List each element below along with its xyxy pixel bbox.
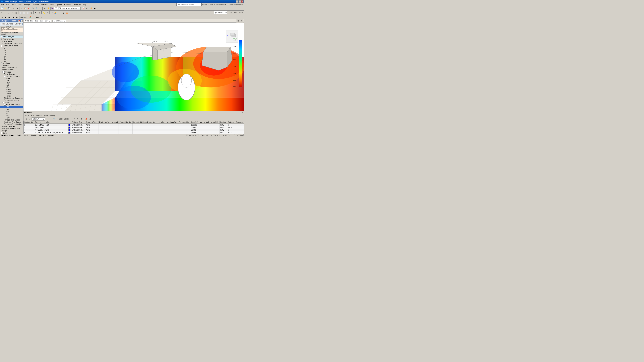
menu-calculate[interactable]: Calculate — [31, 3, 40, 6]
tb-annotate[interactable]: ✏ — [46, 11, 49, 14]
tb-color-map[interactable]: 🌈 — [29, 15, 32, 19]
tb-rotate[interactable]: ↻ — [43, 6, 46, 10]
col-int-nodes[interactable]: Integrated Objects Nodes No. — [132, 121, 157, 124]
col-openings[interactable]: Openings No. — [178, 121, 190, 124]
tb-iso-lines[interactable]: 〰 — [32, 15, 36, 19]
tree-equiv-stress[interactable]: Equivalent Stresses — [0, 99, 23, 101]
tree-basic-stresses[interactable]: Basic Stresses — [0, 73, 23, 75]
toggle-global-deform[interactable]: - — [1, 45, 2, 47]
tb-pan[interactable]: ✋ — [46, 6, 50, 10]
tree-principal-stresses[interactable]: - Principal Stresses — [0, 75, 23, 77]
col-mass[interactable]: Mass M [t] — [210, 121, 220, 124]
col-color[interactable] — [68, 121, 71, 124]
tb-values[interactable]: 123 — [36, 15, 39, 19]
col-int-lines[interactable]: Lines No. — [157, 121, 166, 124]
tree-uy[interactable]: uy — [0, 51, 23, 53]
tb-view-side[interactable]: ⬜ — [26, 11, 29, 14]
toggle-members[interactable]: + — [1, 62, 2, 64]
col-stiffness[interactable]: Stiffness Type — [71, 121, 85, 124]
menu-options[interactable]: Options — [55, 3, 63, 6]
col-volume[interactable]: Volume [m³] — [199, 121, 210, 124]
bt-remove[interactable]: - — [49, 117, 52, 121]
vp-combo-select[interactable]: CO2 · LC1 + LC2 + LC3 + LC4 — [24, 19, 51, 22]
tree-exy-minus[interactable]: ○εxy- — [0, 114, 23, 117]
menu-insert[interactable]: Insert — [16, 3, 23, 6]
tree-principal-total[interactable]: Principal Total Strains — [0, 119, 23, 121]
tb-vectors[interactable]: → — [57, 11, 60, 14]
toggle-stresses[interactable]: - — [2, 71, 4, 73]
tree-contact-stress[interactable]: Contact Stresses — [0, 125, 23, 128]
bt-next[interactable]: ▶ — [28, 117, 31, 121]
tb-copy[interactable]: 📋 — [24, 6, 27, 10]
vp-settings[interactable]: ⚙ — [240, 19, 244, 23]
nav-surface-strains[interactable]: Surfaces | Basic Strains εxy [‰] — [1, 28, 23, 32]
table-row[interactable]: 4 4-9,268,37-58,270 Without Thick... Pla… — [24, 129, 244, 131]
tree-phi-x[interactable]: φx — [0, 56, 23, 58]
axis-dropdown[interactable]: ↑ Global XYZ — [214, 11, 227, 14]
tree-sigma1m[interactable]: ○σ1,m — [0, 88, 23, 90]
tree-internal-forces[interactable]: Internal Forces — [0, 69, 23, 71]
menu-help[interactable]: Help — [82, 3, 88, 6]
tb-section-cut[interactable]: ✂ — [44, 15, 47, 19]
tree-phi-y[interactable]: φy — [0, 58, 23, 60]
bt-add[interactable]: + — [45, 117, 49, 121]
tb-select[interactable]: ↖ — [0, 11, 4, 14]
tb-next-result[interactable]: ▶ — [16, 15, 19, 19]
tree-local-deform[interactable]: Local Deformations — [0, 66, 23, 69]
menu-bottom-view[interactable]: View — [44, 115, 48, 116]
tb-render[interactable]: 🎨 — [90, 6, 93, 10]
table-row[interactable]: 5 1,2,14,271,270-65,28-3166,69,262,262..… — [24, 131, 244, 134]
tree-sigma1-[interactable]: ○σ1- — [0, 80, 23, 82]
bt-print-table[interactable]: 🖨 — [88, 117, 92, 121]
tb-open[interactable]: 📂 — [4, 6, 7, 10]
tree-uz[interactable]: uz — [0, 53, 23, 56]
glines-btn[interactable]: GLINES — [39, 134, 46, 136]
tree-exy[interactable]: ○εxy — [0, 112, 23, 114]
tree-gxy-minus[interactable]: ○γxy- — [0, 117, 23, 119]
toggle-surfaces[interactable]: - — [1, 65, 2, 66]
tree-strains[interactable]: - Strains — [0, 101, 23, 104]
col-surface-no[interactable]: Surface No. — [24, 121, 34, 124]
menu-goto[interactable]: Go To — [24, 115, 30, 116]
tree-sigma2-[interactable]: ○σ2- — [0, 84, 23, 86]
menu-window[interactable]: Window — [63, 3, 72, 6]
tb-cut[interactable]: ✂ — [20, 6, 23, 10]
toggle-principal[interactable]: - — [4, 76, 6, 77]
bt-table-settings[interactable]: ⚙ — [80, 117, 83, 121]
tb-run[interactable]: ▶ — [4, 15, 7, 19]
tree-basic-total-strains[interactable]: - Basic Total Strains — [0, 104, 23, 106]
osnap-btn[interactable]: OSNAP — [48, 134, 55, 136]
bt-filter[interactable]: 🔍 — [53, 117, 56, 121]
tb-snap[interactable]: ⊕ — [34, 11, 38, 14]
tb-contour[interactable]: 🌈 — [54, 11, 57, 14]
grid-btn[interactable]: GRID — [24, 134, 29, 136]
tree-sigma2+[interactable]: ○σ2+ — [0, 82, 23, 84]
col-material[interactable]: Material — [111, 121, 118, 124]
menu-selection[interactable]: Selection — [35, 115, 43, 116]
col-eccentricity[interactable]: Eccentricity No. — [119, 121, 132, 124]
tree-sigma1+[interactable]: ○σ1+ — [0, 77, 23, 80]
menu-file[interactable]: File — [0, 3, 5, 6]
bottom-panel-close-btn[interactable]: ✕ — [242, 111, 244, 114]
tree-elastic-stress[interactable]: Elastic Stress Components — [0, 97, 23, 99]
tb-export[interactable]: 📤 — [65, 11, 68, 14]
menu-bottom-edit[interactable]: Edit — [30, 115, 34, 116]
vp-maximize[interactable]: ⊡ — [236, 19, 240, 23]
tree-isotropic[interactable]: Isotropic Characteristics — [0, 128, 23, 130]
tb-solid[interactable]: ▣ — [14, 11, 18, 14]
col-boundary[interactable]: Boundary Lines No. — [34, 121, 68, 124]
tree-final-results[interactable]: ○Final Results — [0, 40, 23, 42]
col-options[interactable]: Options — [228, 121, 235, 124]
close-btn[interactable]: ✕ — [241, 0, 244, 3]
tb-display[interactable]: 👁 — [85, 6, 88, 10]
menu-results[interactable]: Results — [40, 3, 49, 6]
col-geometry[interactable]: Geometry Type — [85, 121, 98, 124]
minimize-btn[interactable]: _ — [236, 0, 238, 3]
tb-zoom-out[interactable]: 🔍 — [35, 6, 38, 10]
tb-print[interactable]: 🖨 — [62, 11, 65, 14]
tb-zoom-in[interactable]: 🔍 — [32, 6, 35, 10]
nav-next[interactable]: ▶ — [10, 134, 12, 136]
toggle-basic-total[interactable]: - — [4, 104, 6, 106]
tb-min-val[interactable]: MIN — [24, 15, 28, 19]
bt-structure-dropdown[interactable]: Structure — [32, 117, 45, 120]
